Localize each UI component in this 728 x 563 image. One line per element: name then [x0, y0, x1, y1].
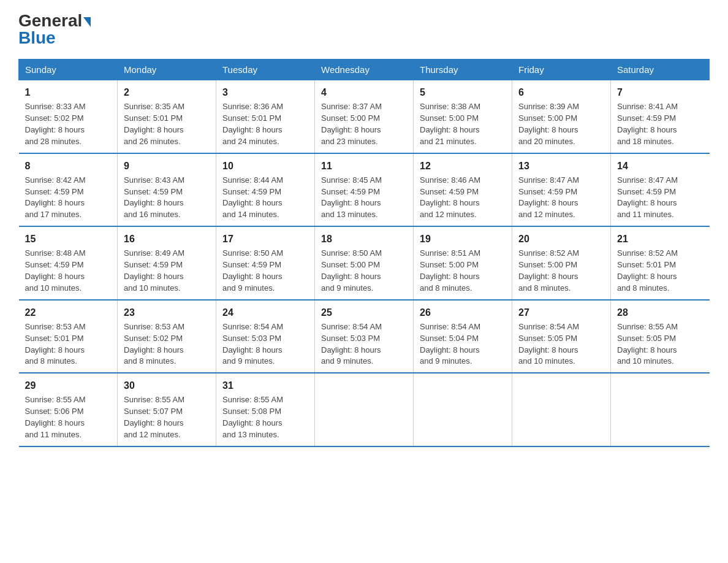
calendar-cell: 16Sunrise: 8:49 AMSunset: 4:59 PMDayligh… — [118, 226, 216, 300]
cell-info-text: Daylight: 8 hours — [321, 124, 407, 136]
calendar-cell: 11Sunrise: 8:45 AMSunset: 4:59 PMDayligh… — [315, 153, 414, 227]
calendar-cell: 25Sunrise: 8:54 AMSunset: 5:03 PMDayligh… — [315, 300, 414, 373]
calendar-cell: 28Sunrise: 8:55 AMSunset: 5:05 PMDayligh… — [611, 300, 710, 373]
calendar-cell: 7Sunrise: 8:41 AMSunset: 4:59 PMDaylight… — [611, 80, 710, 153]
cell-info-text: Daylight: 8 hours — [124, 271, 210, 283]
cell-info-text: Sunrise: 8:54 AM — [321, 321, 407, 333]
calendar-cell: 4Sunrise: 8:37 AMSunset: 5:00 PMDaylight… — [315, 80, 414, 153]
cell-info-text: and 8 minutes. — [124, 356, 210, 367]
calendar-cell: 12Sunrise: 8:46 AMSunset: 4:59 PMDayligh… — [414, 153, 512, 227]
calendar-header-tuesday: Tuesday — [216, 59, 315, 80]
cell-info-text: Daylight: 8 hours — [124, 197, 210, 209]
cell-info-text: Daylight: 8 hours — [617, 197, 703, 209]
cell-info-text: Daylight: 8 hours — [124, 418, 210, 429]
cell-info-text: Sunset: 4:59 PM — [222, 186, 308, 198]
cell-info-text: and 12 minutes. — [124, 429, 210, 441]
cell-info-text: Sunset: 4:59 PM — [124, 186, 210, 198]
cell-info-text: Sunrise: 8:53 AM — [124, 321, 210, 333]
day-number: 10 — [222, 159, 308, 173]
cell-info-text: Sunrise: 8:52 AM — [518, 248, 604, 259]
cell-info-text: and 10 minutes. — [124, 283, 210, 294]
cell-info-text: Sunrise: 8:55 AM — [124, 394, 210, 406]
cell-info-text: Sunset: 5:02 PM — [25, 113, 112, 124]
calendar-cell: 29Sunrise: 8:55 AMSunset: 5:06 PMDayligh… — [19, 373, 118, 446]
day-number: 15 — [25, 232, 112, 246]
day-number: 27 — [518, 305, 604, 320]
cell-info-text: Sunset: 5:03 PM — [321, 333, 407, 345]
cell-info-text: Sunrise: 8:55 AM — [617, 321, 703, 333]
cell-info-text: and 18 minutes. — [617, 136, 703, 148]
calendar-cell — [414, 373, 512, 446]
calendar-cell: 14Sunrise: 8:47 AMSunset: 4:59 PMDayligh… — [611, 153, 710, 227]
cell-info-text: Sunrise: 8:49 AM — [124, 248, 210, 259]
cell-info-text: Daylight: 8 hours — [25, 124, 112, 136]
cell-info-text: Daylight: 8 hours — [222, 197, 308, 209]
cell-info-text: Sunset: 5:01 PM — [124, 113, 210, 124]
cell-info-text: Daylight: 8 hours — [518, 345, 604, 356]
cell-info-text: and 16 minutes. — [124, 209, 210, 221]
cell-info-text: Sunrise: 8:55 AM — [25, 394, 112, 406]
cell-info-text: and 9 minutes. — [222, 356, 308, 367]
calendar-cell: 31Sunrise: 8:55 AMSunset: 5:08 PMDayligh… — [216, 373, 315, 446]
calendar-cell: 18Sunrise: 8:50 AMSunset: 5:00 PMDayligh… — [315, 226, 414, 300]
cell-info-text: and 12 minutes. — [420, 209, 506, 221]
day-number: 30 — [124, 378, 210, 393]
calendar-cell: 24Sunrise: 8:54 AMSunset: 5:03 PMDayligh… — [216, 300, 315, 373]
logo: General Blue — [18, 12, 91, 47]
day-number: 1 — [25, 85, 112, 99]
day-number: 19 — [420, 232, 506, 246]
cell-info-text: and 14 minutes. — [222, 209, 308, 221]
cell-info-text: Sunrise: 8:47 AM — [518, 175, 604, 186]
cell-info-text: Sunset: 5:00 PM — [420, 113, 506, 124]
cell-info-text: Sunset: 5:00 PM — [518, 113, 604, 124]
cell-info-text: Sunset: 5:01 PM — [222, 113, 308, 124]
logo-triangle-icon — [83, 17, 91, 27]
cell-info-text: Daylight: 8 hours — [420, 197, 506, 209]
cell-info-text: Daylight: 8 hours — [321, 271, 407, 283]
calendar-week-row: 22Sunrise: 8:53 AMSunset: 5:01 PMDayligh… — [19, 300, 710, 373]
cell-info-text: and 10 minutes. — [617, 356, 703, 367]
calendar-header-saturday: Saturday — [611, 59, 710, 80]
cell-info-text: Daylight: 8 hours — [222, 124, 308, 136]
cell-info-text: Sunrise: 8:54 AM — [222, 321, 308, 333]
calendar-cell: 27Sunrise: 8:54 AMSunset: 5:05 PMDayligh… — [512, 300, 611, 373]
calendar-table: SundayMondayTuesdayWednesdayThursdayFrid… — [18, 59, 710, 447]
cell-info-text: Daylight: 8 hours — [617, 124, 703, 136]
cell-info-text: Sunrise: 8:54 AM — [420, 321, 506, 333]
calendar-cell: 3Sunrise: 8:36 AMSunset: 5:01 PMDaylight… — [216, 80, 315, 153]
cell-info-text: and 28 minutes. — [25, 136, 112, 148]
cell-info-text: Sunset: 5:08 PM — [222, 406, 308, 418]
cell-info-text: Sunset: 5:01 PM — [617, 259, 703, 271]
calendar-cell: 2Sunrise: 8:35 AMSunset: 5:01 PMDaylight… — [118, 80, 216, 153]
cell-info-text: Sunrise: 8:52 AM — [617, 248, 703, 259]
cell-info-text: and 11 minutes. — [25, 429, 112, 441]
day-number: 22 — [25, 305, 112, 320]
day-number: 5 — [420, 85, 506, 99]
cell-info-text: Daylight: 8 hours — [25, 345, 112, 356]
calendar-cell: 13Sunrise: 8:47 AMSunset: 4:59 PMDayligh… — [512, 153, 611, 227]
calendar-header-sunday: Sunday — [19, 59, 118, 80]
day-number: 20 — [518, 232, 604, 246]
day-number: 23 — [124, 305, 210, 320]
calendar-cell: 10Sunrise: 8:44 AMSunset: 4:59 PMDayligh… — [216, 153, 315, 227]
cell-info-text: Daylight: 8 hours — [321, 197, 407, 209]
day-number: 18 — [321, 232, 407, 246]
cell-info-text: Daylight: 8 hours — [25, 418, 112, 429]
calendar-cell: 22Sunrise: 8:53 AMSunset: 5:01 PMDayligh… — [19, 300, 118, 373]
cell-info-text: Sunset: 4:59 PM — [25, 259, 112, 271]
cell-info-text: Sunset: 5:00 PM — [518, 259, 604, 271]
cell-info-text: Sunset: 5:05 PM — [617, 333, 703, 345]
day-number: 6 — [518, 85, 604, 99]
cell-info-text: Sunset: 4:59 PM — [420, 186, 506, 198]
cell-info-text: and 13 minutes. — [222, 429, 308, 441]
cell-info-text: Sunset: 5:07 PM — [124, 406, 210, 418]
day-number: 29 — [25, 378, 112, 393]
day-number: 8 — [25, 159, 112, 173]
cell-info-text: Sunset: 4:59 PM — [124, 259, 210, 271]
cell-info-text: Sunrise: 8:55 AM — [222, 394, 308, 406]
cell-info-text: and 10 minutes. — [25, 283, 112, 294]
day-number: 3 — [222, 85, 308, 99]
day-number: 9 — [124, 159, 210, 173]
calendar-cell: 20Sunrise: 8:52 AMSunset: 5:00 PMDayligh… — [512, 226, 611, 300]
cell-info-text: Sunset: 4:59 PM — [518, 186, 604, 198]
